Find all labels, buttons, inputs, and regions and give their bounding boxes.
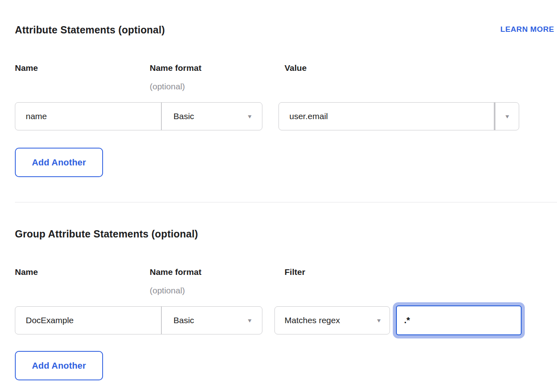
column-name: Name	[15, 63, 150, 92]
column-name-format: Name format (optional)	[150, 63, 285, 92]
learn-more-link[interactable]: LEARN MORE	[500, 25, 554, 34]
chevron-down-icon: ▼	[247, 114, 253, 119]
group-attribute-statement-row: Basic ▼ Matches regex ▼	[15, 306, 554, 334]
section-divider	[15, 202, 557, 202]
group-name-column-label: Name	[15, 267, 150, 277]
group-name-format-value: Basic	[173, 316, 194, 325]
attribute-columns-header: Name Name format (optional) Value	[15, 63, 554, 92]
group-name-format-group: Basic ▼	[15, 306, 262, 334]
attribute-statements-section-header: Attribute Statements (optional) LEARN MO…	[15, 23, 554, 36]
attribute-name-input[interactable]	[15, 103, 161, 130]
add-another-group-attribute-button[interactable]: Add Another	[15, 351, 103, 380]
chevron-down-icon: ▼	[376, 318, 382, 323]
attribute-statements-page: Attribute Statements (optional) LEARN MO…	[0, 0, 557, 177]
filter-column-label: Filter	[285, 267, 554, 277]
group-attribute-statements-page: Group Attribute Statements (optional) Na…	[0, 227, 557, 380]
attribute-statement-row: Basic ▼ ▼	[15, 102, 554, 130]
add-another-attribute-button[interactable]: Add Another	[15, 148, 103, 177]
attribute-name-format-group: Basic ▼	[15, 102, 262, 130]
name-format-optional-label: (optional)	[150, 81, 285, 92]
attribute-value-dropdown-button[interactable]: ▼	[494, 103, 519, 130]
filter-type-value: Matches regex	[285, 316, 340, 325]
value-column-label: Value	[285, 63, 554, 73]
group-name-input[interactable]	[15, 307, 161, 334]
group-name-format-optional-label: (optional)	[150, 285, 285, 296]
column-value: Value	[285, 63, 554, 92]
attribute-value-group: ▼	[278, 102, 519, 130]
name-column-label: Name	[15, 63, 150, 73]
attribute-value-input[interactable]	[279, 103, 494, 130]
group-name-format-select[interactable]: Basic ▼	[161, 307, 262, 334]
filter-type-select[interactable]: Matches regex ▼	[274, 306, 390, 334]
attribute-name-format-value: Basic	[173, 111, 194, 121]
column-name: Name	[15, 267, 150, 296]
attribute-name-format-select[interactable]: Basic ▼	[161, 103, 262, 130]
chevron-down-icon: ▼	[504, 114, 510, 119]
name-format-column-label: Name format	[150, 63, 285, 73]
group-attribute-statements-title: Group Attribute Statements (optional)	[15, 227, 554, 240]
group-name-format-column-label: Name format	[150, 267, 285, 277]
chevron-down-icon: ▼	[247, 318, 253, 323]
attribute-statements-title: Attribute Statements (optional)	[15, 23, 165, 36]
column-filter: Filter	[285, 267, 554, 296]
column-name-format: Name format (optional)	[150, 267, 285, 296]
group-attribute-columns-header: Name Name format (optional) Filter	[15, 267, 554, 296]
filter-value-input[interactable]	[396, 305, 522, 335]
